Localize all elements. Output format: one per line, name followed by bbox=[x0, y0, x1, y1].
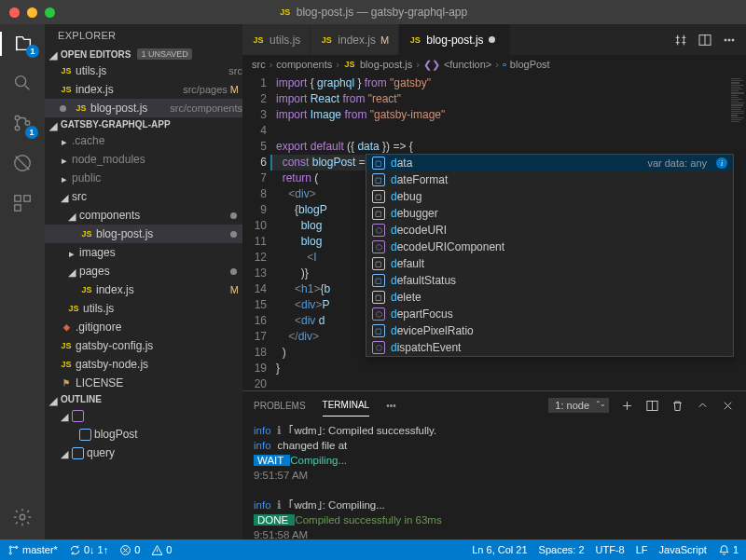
search-icon[interactable] bbox=[12, 73, 33, 96]
git-branch[interactable]: master* bbox=[7, 544, 58, 556]
tree-item[interactable]: ◢pages bbox=[45, 262, 242, 280]
suggest-item[interactable]: ▢default bbox=[366, 255, 733, 272]
outline-item[interactable]: ◢ bbox=[45, 406, 242, 425]
open-editor-item[interactable]: JSutils.jssrc bbox=[45, 61, 242, 80]
explorer-title: EXPLORER bbox=[45, 24, 242, 47]
suggest-item[interactable]: ▢debugger bbox=[366, 205, 733, 222]
indentation[interactable]: Spaces: 2 bbox=[539, 544, 585, 555]
compare-icon[interactable] bbox=[673, 33, 688, 48]
suggest-item[interactable]: ▢dateFormat bbox=[366, 171, 733, 188]
editor-tab[interactable]: JSblog-post.js bbox=[399, 24, 510, 55]
suggest-item[interactable]: ▢devicePixelRatio bbox=[366, 322, 733, 339]
svg-point-11 bbox=[728, 39, 730, 41]
variable-icon bbox=[79, 429, 91, 441]
editor-group: JSutils.jsJSindex.jsMJSblog-post.js src›… bbox=[242, 24, 746, 540]
svg-point-3 bbox=[25, 121, 30, 126]
statusbar: master* 0↓ 1↑ 0 0 Ln 6, Col 21 Spaces: 2… bbox=[0, 540, 746, 560]
suggest-item[interactable]: ▢delete bbox=[366, 289, 733, 306]
suggest-item[interactable]: ⬡departFocus bbox=[366, 306, 733, 322]
tree-item[interactable]: JSgatsby-node.js bbox=[45, 355, 242, 374]
js-file-icon: JS bbox=[60, 64, 73, 77]
source-control-icon[interactable]: 1 bbox=[12, 113, 33, 136]
line-numbers: 1234567891011121314151617181920 bbox=[242, 74, 276, 390]
outline-header[interactable]: ◢OUTLINE bbox=[45, 392, 242, 406]
breadcrumb[interactable]: src› components› JSblog-post.js› ❮❯<func… bbox=[242, 55, 746, 74]
suggest-item[interactable]: ⬡dispatchEvent bbox=[366, 339, 733, 356]
svg-point-8 bbox=[20, 514, 25, 520]
maximize-panel-icon[interactable] bbox=[696, 399, 710, 413]
terminal-output[interactable]: info ℹ ｢wdm｣: Compiled successfully.info… bbox=[242, 419, 746, 540]
settings-icon[interactable] bbox=[12, 507, 33, 530]
split-terminal-icon[interactable] bbox=[645, 399, 659, 413]
tab-problems[interactable]: PROBLEMS bbox=[254, 395, 306, 417]
language-mode[interactable]: JavaScript bbox=[659, 544, 707, 555]
svg-point-12 bbox=[732, 39, 734, 41]
minimize-icon[interactable] bbox=[27, 7, 37, 18]
eol[interactable]: LF bbox=[636, 544, 648, 555]
outline-item[interactable]: blogPost bbox=[45, 425, 242, 444]
code-editor[interactable]: 1234567891011121314151617181920 import {… bbox=[242, 74, 746, 390]
trash-icon[interactable] bbox=[670, 399, 684, 413]
js-file-icon: JS bbox=[60, 83, 73, 96]
more-icon[interactable] bbox=[722, 33, 737, 48]
project-header[interactable]: ◢GATSBY-GRAPHQL-APP bbox=[45, 117, 242, 131]
tree-item[interactable]: ⚑LICENSE bbox=[45, 374, 242, 392]
terminal-select[interactable]: 1: node bbox=[548, 398, 609, 413]
close-panel-icon[interactable] bbox=[721, 399, 735, 413]
panel-more[interactable]: ••• bbox=[386, 395, 396, 417]
var-icon: ▢ bbox=[372, 324, 385, 337]
open-editor-item[interactable]: JSindex.jssrc/pagesM bbox=[45, 80, 242, 99]
close-icon[interactable] bbox=[9, 7, 20, 18]
panel: PROBLEMS TERMINAL ••• 1: node info ℹ ｢wd… bbox=[242, 390, 746, 540]
tree-item[interactable]: ▸images bbox=[45, 243, 242, 262]
error-count[interactable]: 0 bbox=[119, 544, 140, 556]
cursor-position[interactable]: Ln 6, Col 21 bbox=[472, 544, 527, 555]
tree-item[interactable]: ▸public bbox=[45, 169, 242, 187]
tree-item[interactable]: JSutils.js bbox=[45, 299, 242, 318]
function-icon bbox=[72, 410, 84, 422]
open-editors-header[interactable]: ◢OPEN EDITORS1 UNSAVED bbox=[45, 47, 242, 61]
debug-icon[interactable] bbox=[12, 153, 33, 176]
activity-bar: 1 1 bbox=[0, 24, 45, 540]
tree-item[interactable]: JSindex.jsM bbox=[45, 280, 242, 299]
var-icon: ▢ bbox=[372, 157, 385, 170]
open-editor-item[interactable]: JSblog-post.jssrc/components bbox=[45, 99, 242, 117]
sync-status[interactable]: 0↓ 1↑ bbox=[69, 544, 108, 556]
tree-item[interactable]: ◢src bbox=[45, 187, 242, 206]
suggest-item[interactable]: ▢defaultStatus bbox=[366, 272, 733, 289]
js-file-icon: JS bbox=[60, 339, 73, 352]
suggest-item[interactable]: ⬡decodeURIComponent bbox=[366, 239, 733, 255]
js-file-icon: JS bbox=[67, 302, 80, 315]
outline-item[interactable]: ◢query bbox=[45, 444, 242, 462]
window-controls bbox=[0, 7, 55, 18]
notifications-icon[interactable]: 1 bbox=[718, 544, 739, 556]
tree-item[interactable]: ◢components bbox=[45, 206, 242, 225]
tree-item[interactable]: ▸node_modules bbox=[45, 150, 242, 169]
editor-tab[interactable]: JSindex.jsM bbox=[311, 24, 399, 55]
svg-rect-6 bbox=[24, 196, 30, 201]
encoding[interactable]: UTF-8 bbox=[596, 544, 625, 555]
warning-count[interactable]: 0 bbox=[151, 544, 172, 556]
suggest-item[interactable]: ▢datavar data: anyi bbox=[366, 155, 733, 171]
suggest-item[interactable]: ▢debug bbox=[366, 188, 733, 205]
tab-terminal[interactable]: TERMINAL bbox=[323, 394, 370, 417]
suggest-item[interactable]: ⬡decodeURI bbox=[366, 222, 733, 239]
kw-icon: ▢ bbox=[372, 190, 385, 203]
tree-item[interactable]: JSgatsby-config.js bbox=[45, 336, 242, 355]
variable-icon bbox=[72, 447, 84, 459]
split-editor-icon[interactable] bbox=[698, 33, 712, 48]
editor-tab[interactable]: JSutils.js bbox=[242, 24, 311, 55]
tree-item[interactable]: JSblog-post.js bbox=[45, 225, 242, 243]
js-file-icon: JS bbox=[60, 358, 73, 371]
maximize-icon[interactable] bbox=[45, 7, 55, 18]
svg-point-0 bbox=[16, 76, 26, 87]
js-file-icon: JS bbox=[80, 283, 93, 296]
new-terminal-icon[interactable] bbox=[620, 399, 634, 413]
info-icon[interactable]: i bbox=[716, 157, 727, 169]
tree-item[interactable]: ◈.gitignore bbox=[45, 318, 242, 336]
extensions-icon[interactable] bbox=[12, 193, 33, 216]
tree-item[interactable]: ▸.cache bbox=[45, 131, 242, 150]
explorer-icon[interactable]: 1 bbox=[0, 32, 45, 56]
intellisense-popup[interactable]: ▢datavar data: anyi▢dateFormat▢debug▢deb… bbox=[366, 154, 734, 357]
kw-icon: ▢ bbox=[372, 207, 385, 220]
